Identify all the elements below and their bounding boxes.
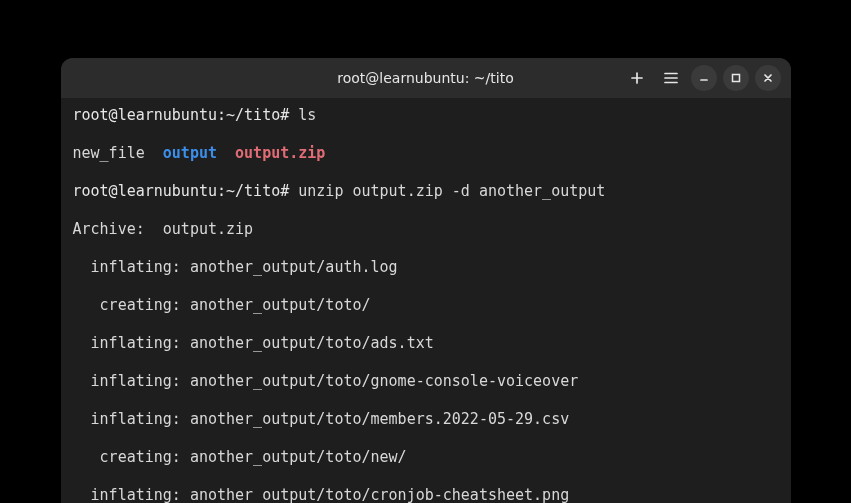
terminal-line: inflating: another_output/auth.log (73, 258, 779, 277)
terminal-line: root@learnubuntu:~/tito# ls (73, 106, 779, 125)
terminal-line: inflating: another_output/toto/members.2… (73, 410, 779, 429)
terminal-line: Archive: output.zip (73, 220, 779, 239)
terminal-text: new_file (73, 144, 163, 162)
terminal-text: root@learnubuntu (73, 106, 218, 124)
close-button[interactable] (755, 65, 781, 91)
terminal-line: inflating: another_output/toto/ads.txt (73, 334, 779, 353)
terminal-line: new_file output output.zip (73, 144, 779, 163)
terminal-text: inflating: another_output/auth.log (73, 258, 398, 276)
terminal-line: root@learnubuntu:~/tito# unzip output.zi… (73, 182, 779, 201)
terminal-text: inflating: another_output/toto/ads.txt (73, 334, 434, 352)
terminal-text: : (217, 182, 226, 200)
titlebar: root@learnubuntu: ~/tito (61, 58, 791, 98)
terminal-text: creating: another_output/toto/new/ (73, 448, 407, 466)
terminal-text: unzip output.zip -d another_output (298, 182, 605, 200)
svg-rect-0 (732, 75, 739, 82)
terminal-text: root@learnubuntu (73, 182, 218, 200)
minimize-icon (698, 72, 710, 84)
terminal-line: creating: another_output/toto/new/ (73, 448, 779, 467)
minimize-button[interactable] (691, 65, 717, 91)
new-tab-button[interactable] (623, 64, 651, 92)
terminal-text: : (217, 106, 226, 124)
terminal-line: inflating: another_output/toto/cronjob-c… (73, 486, 779, 503)
terminal-body[interactable]: root@learnubuntu:~/tito# ls new_file out… (61, 98, 791, 503)
terminal-text: # (280, 106, 298, 124)
terminal-text: # (280, 182, 298, 200)
terminal-text: ls (298, 106, 316, 124)
terminal-line: inflating: another_output/toto/gnome-con… (73, 372, 779, 391)
terminal-text: ~/tito (226, 106, 280, 124)
terminal-text: inflating: another_output/toto/cronjob-c… (73, 486, 570, 503)
terminal-text: inflating: another_output/toto/members.2… (73, 410, 570, 428)
terminal-window: root@learnubuntu: ~/tito (61, 58, 791, 503)
maximize-icon (730, 72, 742, 84)
terminal-text: ~/tito (226, 182, 280, 200)
hamburger-icon (664, 72, 678, 84)
terminal-text: inflating: another_output/toto/gnome-con… (73, 372, 579, 390)
menu-button[interactable] (657, 64, 685, 92)
terminal-text: output.zip (235, 144, 325, 162)
close-icon (762, 72, 774, 84)
maximize-button[interactable] (723, 65, 749, 91)
terminal-line: creating: another_output/toto/ (73, 296, 779, 315)
terminal-text: Archive: output.zip (73, 220, 254, 238)
terminal-text (217, 144, 235, 162)
terminal-text: output (163, 144, 217, 162)
terminal-text: creating: another_output/toto/ (73, 296, 371, 314)
plus-icon (630, 71, 644, 85)
